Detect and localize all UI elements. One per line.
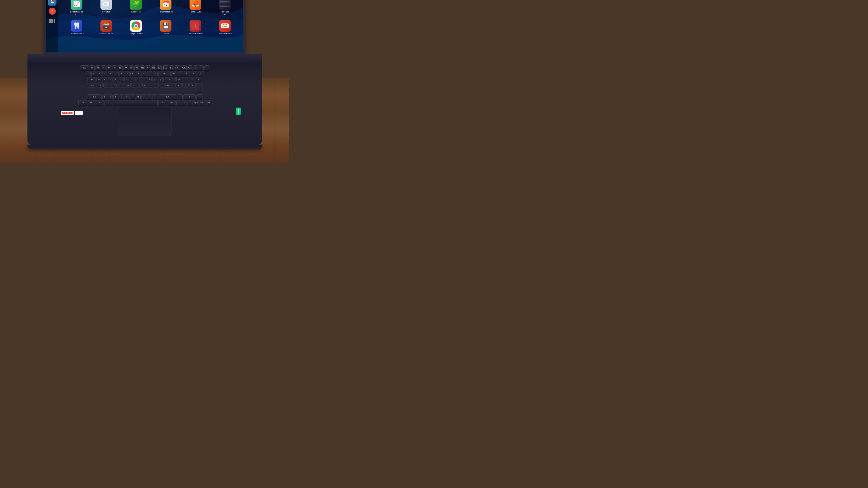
key-num4[interactable]: 4 — [182, 77, 188, 82]
key-backslash[interactable]: \ — [163, 77, 176, 82]
key-down[interactable]: ↓ — [182, 100, 187, 105]
app-ferramentas[interactable]: 📅 Ferramentas de ... — [152, 0, 180, 17]
key-5[interactable]: 5 — [114, 71, 119, 76]
key-minus[interactable]: - — [147, 71, 152, 76]
key-numadd[interactable]: + — [197, 71, 204, 76]
key-enter[interactable]: Enter — [159, 83, 175, 88]
key-numsub[interactable]: - — [204, 65, 209, 70]
key-f10[interactable]: F10 — [140, 65, 145, 70]
sidebar-item-backup[interactable]: 💾 — [48, 0, 57, 6]
key-f[interactable]: F — [115, 83, 119, 88]
key-num8[interactable]: 8 — [184, 71, 190, 76]
key-f8[interactable]: F8 — [129, 65, 134, 70]
key-8[interactable]: 8 — [130, 71, 135, 76]
key-del[interactable]: Del — [157, 65, 162, 70]
key-shift-left[interactable]: Shift — [87, 94, 101, 99]
key-h[interactable]: H — [126, 83, 131, 88]
key-pgup2[interactable]: PgUp — [193, 100, 199, 105]
key-f6[interactable]: F6 — [118, 65, 123, 70]
key-semicolon[interactable]: ; — [148, 83, 153, 88]
key-left[interactable]: ← — [176, 100, 181, 105]
app-gparted[interactable]: 💾 GParted — [152, 19, 180, 39]
key-c[interactable]: C — [114, 94, 118, 99]
key-capslock[interactable]: Caps — [87, 83, 97, 88]
key-num6[interactable]: 6 — [196, 77, 202, 82]
key-esc[interactable]: Esc — [80, 65, 89, 70]
key-d[interactable]: D — [109, 83, 114, 88]
key-space[interactable] — [113, 100, 158, 105]
app-firefox[interactable]: 🦊 Firefox ESR — [181, 0, 209, 17]
key-lbracket[interactable]: [ — [152, 77, 157, 82]
touchpad[interactable] — [118, 107, 172, 136]
key-l[interactable]: L — [143, 83, 147, 88]
key-f12[interactable]: F12 — [151, 65, 156, 70]
key-num0[interactable]: 0 — [183, 94, 195, 99]
key-z[interactable]: Z — [102, 94, 107, 99]
key-up[interactable]: ↑ — [178, 94, 183, 99]
key-comma[interactable]: , — [141, 94, 146, 99]
key-3[interactable]: 3 — [102, 71, 107, 76]
sidebar-item-apps[interactable] — [48, 17, 57, 25]
key-s[interactable]: S — [103, 83, 108, 88]
key-e[interactable]: E — [107, 77, 113, 82]
app-recorder[interactable]: ⏸ Gravador de som — [181, 19, 209, 39]
key-nummul[interactable]: * — [199, 65, 204, 70]
app-extensoes[interactable]: 🧩 Extensões — [122, 0, 150, 17]
key-j[interactable]: J — [131, 83, 136, 88]
key-f1[interactable]: F1 — [90, 65, 95, 70]
key-f3[interactable]: F3 — [101, 65, 106, 70]
app-evolution[interactable]: 📧 Evolution — [92, 0, 120, 17]
key-x[interactable]: X — [108, 94, 113, 99]
key-alt-left[interactable]: Alt — [104, 100, 112, 105]
key-fn[interactable]: Fn — [88, 100, 94, 105]
key-end2[interactable]: End — [206, 100, 211, 105]
app-florence[interactable]: Florence Virtual... — [211, 0, 239, 17]
key-equals[interactable]: = — [153, 71, 158, 76]
key-f2[interactable]: F2 — [95, 65, 100, 70]
key-o[interactable]: O — [141, 77, 146, 82]
key-y[interactable]: Y — [124, 77, 129, 82]
key-a[interactable]: A — [98, 83, 103, 88]
key-6[interactable]: 6 — [119, 71, 124, 76]
key-f9[interactable]: F9 — [134, 65, 139, 70]
key-num9[interactable]: 9 — [191, 71, 197, 76]
key-t[interactable]: T — [119, 77, 124, 82]
key-backspace[interactable]: ⌫ — [158, 71, 170, 76]
key-altgr[interactable]: AltGr — [158, 100, 166, 105]
key-w[interactable]: W — [102, 77, 107, 82]
key-pgup[interactable]: PgUp — [175, 65, 180, 70]
sidebar-item-help[interactable]: ? — [48, 7, 57, 15]
app-chrome[interactable]: Google Chrome — [122, 19, 150, 39]
key-numenter[interactable]: ↵ — [196, 83, 203, 94]
app-estatisticas[interactable]: 📈 Estatísticas de e... — [63, 0, 91, 17]
key-u[interactable]: U — [130, 77, 135, 82]
key-f5[interactable]: F5 — [112, 65, 117, 70]
key-b[interactable]: B — [125, 94, 129, 99]
app-userguide[interactable]: USERGUIDE Guia do Usuário — [211, 19, 239, 39]
key-num2[interactable]: 2 — [182, 83, 189, 88]
key-1[interactable]: 1 — [91, 71, 96, 76]
key-quote[interactable]: ' — [154, 83, 158, 88]
key-num1[interactable]: 1 — [176, 83, 182, 88]
key-p[interactable]: P — [147, 77, 152, 82]
app-dbmanager[interactable]: 🗃️ Gerenciador de ... — [92, 19, 120, 39]
key-pgdn[interactable]: PgDn — [181, 65, 187, 70]
key-del2[interactable]: Del — [176, 77, 181, 82]
key-n[interactable]: N — [130, 94, 135, 99]
key-k[interactable]: K — [137, 83, 142, 88]
key-9[interactable]: 9 — [136, 71, 141, 76]
key-f7[interactable]: F7 — [123, 65, 128, 70]
key-super[interactable]: ⊞ — [95, 100, 104, 105]
key-num5[interactable]: 5 — [189, 77, 195, 82]
key-i[interactable]: I — [135, 77, 141, 82]
key-r[interactable]: R — [113, 77, 118, 82]
key-ctrl-right[interactable]: Ctrl — [167, 100, 176, 105]
key-4[interactable]: 4 — [108, 71, 113, 76]
key-2[interactable]: 2 — [97, 71, 102, 76]
key-num3[interactable]: 3 — [189, 83, 195, 88]
key-7[interactable]: 7 — [125, 71, 130, 76]
key-m[interactable]: M — [136, 94, 141, 99]
key-num7[interactable]: 7 — [177, 71, 183, 76]
key-slash[interactable]: / — [153, 94, 157, 99]
key-f11[interactable]: F11 — [146, 65, 151, 70]
